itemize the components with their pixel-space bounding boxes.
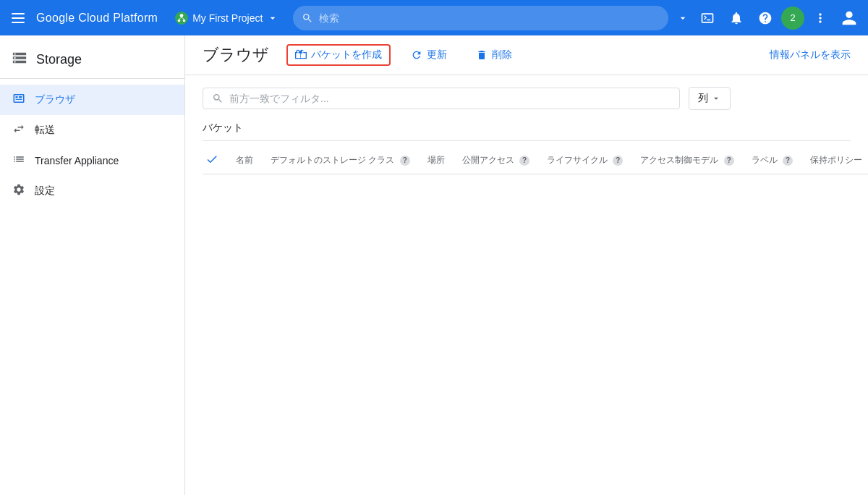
- sidebar-item-transfer-appliance-label: Transfer Appliance: [35, 155, 119, 166]
- content-area: 列 バケット 名前 デフォルトの: [185, 75, 868, 495]
- create-bucket-label: バケットを作成: [311, 48, 382, 62]
- transfer-icon: [12, 122, 26, 138]
- sidebar-item-browser-label: ブラウザ: [35, 93, 75, 106]
- col-public-access: 公開アクセス ?: [454, 147, 538, 174]
- top-nav: Google Cloud Platform My First Project 2: [0, 0, 868, 35]
- sidebar-item-settings[interactable]: 設定: [0, 176, 184, 206]
- storage-class-help[interactable]: ?: [400, 156, 410, 166]
- public-access-help[interactable]: ?: [519, 156, 529, 166]
- create-bucket-btn[interactable]: バケットを作成: [286, 44, 391, 66]
- search-bar[interactable]: [293, 6, 668, 30]
- browser-icon: [12, 92, 26, 108]
- create-bucket-icon: [295, 49, 307, 61]
- right-icons: 2: [694, 5, 862, 31]
- help-btn[interactable]: [752, 5, 778, 31]
- transfer-appliance-icon: [12, 153, 26, 169]
- svg-point-0: [180, 14, 184, 17]
- col-label: ラベル ?: [743, 147, 801, 174]
- columns-label: 列: [698, 92, 708, 105]
- main-content: ブラウザ バケットを作成 更新 削除 情報パネルを表示: [185, 35, 868, 495]
- columns-dropdown-icon: [711, 93, 721, 103]
- col-lifecycle: ライフサイクル ?: [538, 147, 631, 174]
- check-all-icon: [205, 153, 218, 166]
- storage-icon: [12, 50, 27, 69]
- project-icon: [175, 12, 188, 25]
- refresh-icon: [411, 49, 422, 61]
- sidebar-item-settings-label: 設定: [35, 185, 55, 198]
- settings-icon: [12, 183, 26, 199]
- account-btn[interactable]: [836, 5, 862, 31]
- svg-rect-7: [19, 96, 22, 98]
- project-dropdown-icon: [267, 12, 278, 24]
- hamburger-menu[interactable]: [6, 7, 30, 29]
- section-label: バケット: [203, 122, 851, 141]
- delete-icon: [476, 49, 488, 61]
- filter-search-icon: [212, 93, 224, 104]
- col-name: 名前: [227, 147, 262, 174]
- more-options-btn[interactable]: [807, 5, 833, 31]
- notification-btn[interactable]: [723, 5, 749, 31]
- search-icon: [302, 12, 313, 24]
- brand-name: Google Cloud Platform: [36, 12, 158, 25]
- page-layout: Storage ブラウザ 転送 Transfer Appliance: [0, 35, 868, 495]
- svg-rect-6: [16, 99, 22, 100]
- refresh-btn[interactable]: 更新: [402, 44, 456, 66]
- columns-btn[interactable]: 列: [689, 87, 731, 110]
- sidebar-header: Storage: [0, 41, 184, 79]
- terminal-btn[interactable]: [694, 5, 720, 31]
- col-retention-policy: 保持ポリシー: [801, 147, 868, 174]
- project-selector[interactable]: My First Project: [169, 9, 284, 28]
- sidebar-item-transfer-appliance[interactable]: Transfer Appliance: [0, 145, 184, 176]
- sidebar-title: Storage: [36, 52, 82, 67]
- bucket-table: 名前 デフォルトのストレージ クラス ? 場所 公開アクセス ?: [203, 147, 868, 174]
- filter-input-wrapper[interactable]: [203, 88, 680, 109]
- svg-line-4: [182, 17, 184, 19]
- access-control-help[interactable]: ?: [724, 156, 734, 166]
- avatar[interactable]: 2: [781, 7, 804, 30]
- delete-label: 削除: [492, 48, 512, 62]
- refresh-label: 更新: [427, 48, 447, 62]
- table-check-col[interactable]: [203, 147, 227, 174]
- filter-input[interactable]: [229, 93, 671, 104]
- svg-rect-5: [16, 96, 18, 98]
- lifecycle-help[interactable]: ?: [613, 156, 623, 166]
- svg-point-1: [178, 19, 181, 22]
- sidebar-item-transfer-label: 転送: [35, 124, 55, 137]
- label-help[interactable]: ?: [783, 156, 793, 166]
- delete-btn[interactable]: 削除: [467, 44, 521, 66]
- filter-row: 列: [203, 87, 851, 110]
- sidebar-item-transfer[interactable]: 転送: [0, 115, 184, 145]
- col-storage-class: デフォルトのストレージ クラス ?: [262, 147, 419, 174]
- search-input[interactable]: [319, 12, 660, 24]
- project-name: My First Project: [192, 12, 263, 24]
- col-location: 場所: [419, 147, 454, 174]
- page-header: ブラウザ バケットを作成 更新 削除 情報パネルを表示: [185, 35, 868, 75]
- sidebar: Storage ブラウザ 転送 Transfer Appliance: [0, 35, 185, 495]
- info-panel-link[interactable]: 情報パネルを表示: [770, 48, 851, 62]
- sidebar-item-browser[interactable]: ブラウザ: [0, 85, 184, 115]
- col-access-control: アクセス制御モデル ?: [631, 147, 742, 174]
- page-title: ブラウザ: [203, 44, 269, 66]
- svg-point-2: [183, 19, 186, 22]
- search-dropdown-btn[interactable]: [671, 7, 694, 30]
- svg-line-3: [179, 17, 182, 19]
